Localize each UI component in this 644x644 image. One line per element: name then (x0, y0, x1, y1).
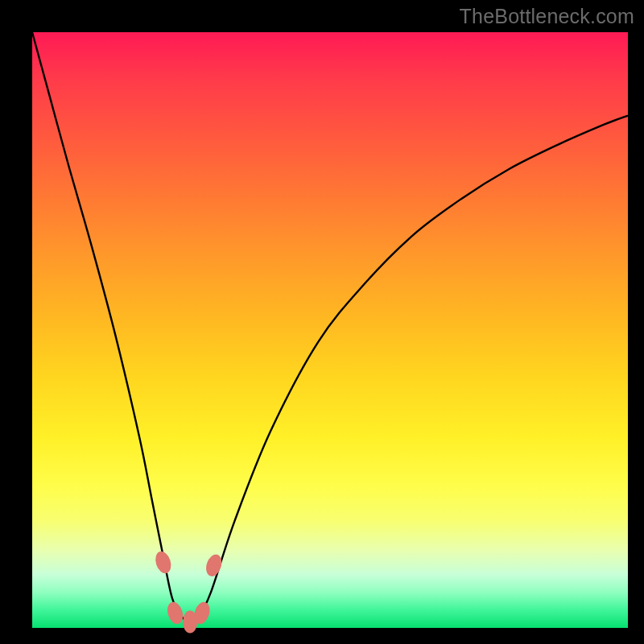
curve-marker (204, 552, 225, 578)
curve-markers (153, 550, 225, 634)
curve-marker (165, 600, 186, 625)
chart-svg (32, 32, 628, 628)
bottleneck-curve (32, 32, 628, 622)
curve-marker (153, 550, 174, 576)
watermark-text: TheBottleneck.com (460, 5, 634, 28)
chart-frame: TheBottleneck.com (0, 0, 644, 644)
